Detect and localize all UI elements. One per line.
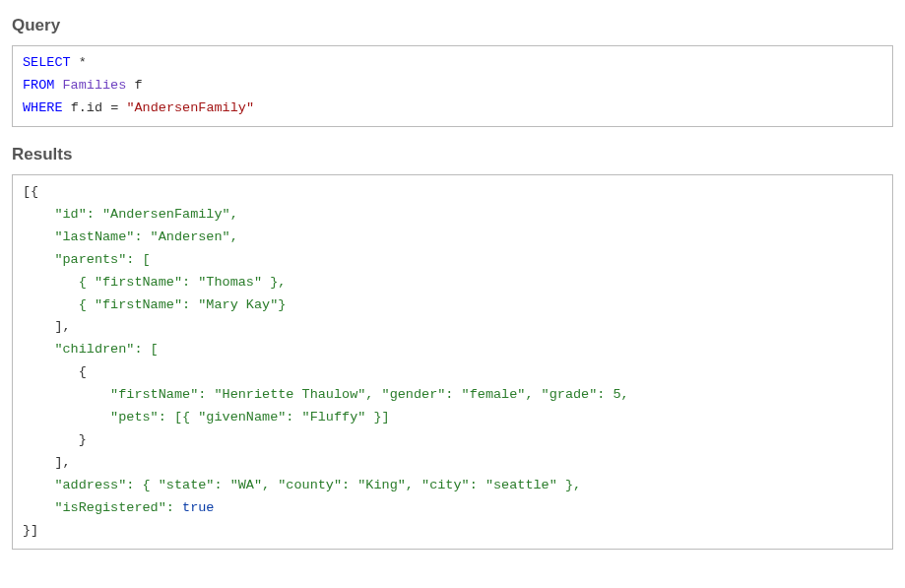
query-code-block: SELECT * FROM Families f WHERE f.id = "A…	[12, 45, 893, 127]
query-line-where: WHERE f.id = "AndersenFamily"	[23, 100, 254, 115]
where-lhs-dot: .	[79, 100, 87, 115]
results-child-0b: "pets": [{ "givenName": "Fluffy" }]	[23, 410, 390, 425]
query-line-select: SELECT *	[23, 55, 87, 70]
from-table: Families	[63, 78, 127, 93]
where-lhs-prop: id	[87, 100, 102, 115]
results-lastname: "lastName": "Andersen",	[23, 229, 238, 244]
kw-from: FROM	[23, 78, 54, 93]
kw-where: WHERE	[23, 100, 63, 115]
results-children-close: ],	[23, 455, 71, 470]
results-children-obj-close: }	[23, 432, 87, 447]
where-rhs: "AndersenFamily"	[126, 100, 254, 115]
results-isregistered-val: true	[182, 500, 214, 515]
query-line-from: FROM Families f	[23, 78, 143, 93]
where-op: =	[110, 100, 118, 115]
results-close: }]	[23, 523, 38, 538]
results-isregistered-key: "isRegistered":	[23, 500, 182, 515]
results-parent-1: { "firstName": "Mary Kay"}	[23, 297, 286, 312]
select-star: *	[79, 55, 87, 70]
results-children-obj-open: {	[23, 364, 87, 379]
results-parents-open: "parents": [	[23, 252, 151, 267]
results-child-0a: "firstName": "Henriette Thaulow", "gende…	[23, 387, 629, 402]
results-heading: Results	[12, 145, 893, 164]
results-parents-close: ],	[23, 319, 71, 334]
results-open: [{	[23, 184, 38, 199]
results-id: "id": "AndersenFamily",	[23, 207, 238, 222]
results-isregistered: "isRegistered": true	[23, 500, 214, 515]
results-children-open: "children": [	[23, 342, 159, 357]
kw-select: SELECT	[23, 55, 71, 70]
results-code-block: [{ "id": "AndersenFamily", "lastName": "…	[12, 174, 893, 550]
results-address: "address": { "state": "WA", "county": "K…	[23, 478, 581, 492]
from-alias: f	[134, 78, 142, 93]
query-heading: Query	[12, 16, 893, 35]
where-lhs-obj: f	[71, 100, 79, 115]
results-parent-0: { "firstName": "Thomas" },	[23, 275, 286, 290]
